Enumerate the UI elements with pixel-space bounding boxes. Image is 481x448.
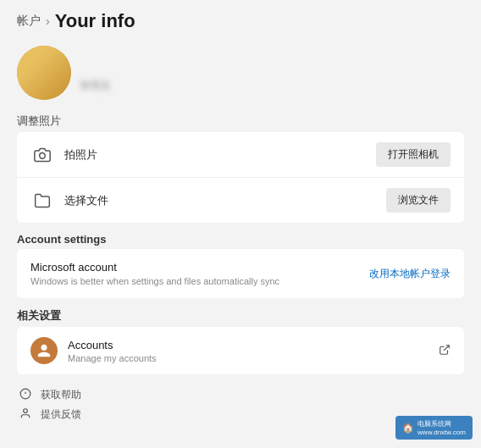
take-photo-label: 拍照片 [64,147,97,163]
related-settings-label: 相关设置 [17,308,464,324]
switch-local-account-link[interactable]: 改用本地帐户登录 [369,267,451,281]
accounts-desc: Manage my accounts [68,353,157,363]
microsoft-account-info: Microsoft account Windows is better when… [30,261,279,286]
accounts-info: Accounts Manage my accounts [68,339,157,363]
related-settings-card: Accounts Manage my accounts [17,327,464,374]
svg-point-5 [24,409,28,413]
external-link-icon [439,344,451,358]
camera-icon [30,143,54,167]
help-icon [17,388,34,402]
breadcrumb: 帐户 › Your info [17,10,464,32]
accounts-icon [30,337,58,364]
watermark: 🏠 电脑系统网www.dnxtw.com [395,416,473,440]
breadcrumb-account[interactable]: 帐户 [17,14,41,29]
page-container: 帐户 › Your info 管理员 调整照片 拍照片 打开照相机 [0,0,481,439]
photo-card: 拍照片 打开照相机 选择文件 浏览文件 [17,132,464,223]
microsoft-account-row: Microsoft account Windows is better when… [17,249,464,298]
microsoft-account-desc: Windows is better when settings and file… [30,276,279,286]
avatar-image [17,46,71,100]
svg-line-1 [444,345,449,350]
folder-icon [30,189,54,213]
feedback-icon [17,407,34,422]
open-camera-button[interactable]: 打开照相机 [376,142,451,167]
account-settings-label: Account settings [17,233,464,246]
select-file-left: 选择文件 [30,189,108,213]
take-photo-row: 拍照片 打开照相机 [17,132,464,178]
microsoft-account-title: Microsoft account [30,261,279,274]
adjust-photo-label: 调整照片 [17,113,464,129]
browse-file-button[interactable]: 浏览文件 [386,188,451,213]
select-file-row: 选择文件 浏览文件 [17,178,464,223]
accounts-title: Accounts [68,339,157,351]
help-link[interactable]: 获取帮助 [17,388,464,402]
select-file-label: 选择文件 [64,193,108,208]
feedback-label: 提供反馈 [41,407,81,422]
accounts-row-left: Accounts Manage my accounts [30,337,157,364]
take-photo-left: 拍照片 [30,143,97,167]
accounts-row[interactable]: Accounts Manage my accounts [17,327,464,374]
breadcrumb-separator: › [46,14,50,28]
account-settings-card: Microsoft account Windows is better when… [17,249,464,298]
user-avatar-section: 管理员 [17,46,464,100]
user-name-label: 管理员 [80,79,110,100]
svg-point-0 [40,152,46,158]
help-label: 获取帮助 [41,388,81,402]
breadcrumb-current: Your info [55,10,135,32]
avatar [17,46,71,100]
